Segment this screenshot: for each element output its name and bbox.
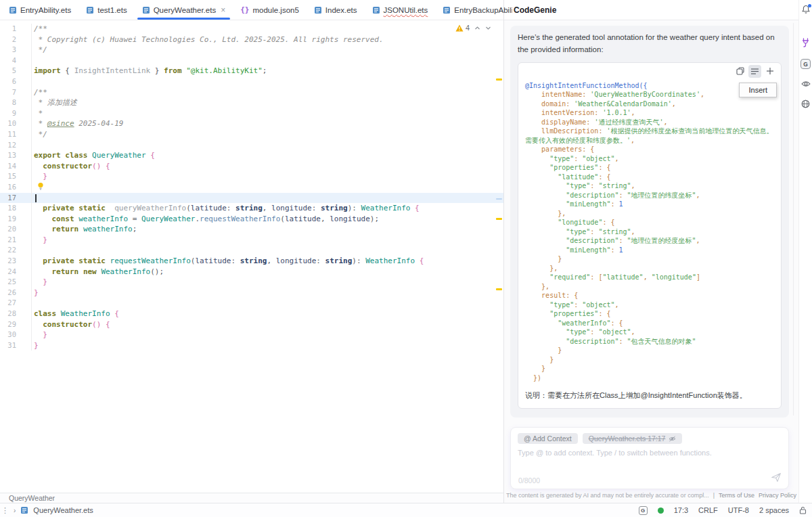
line-number[interactable]: 17 xyxy=(0,193,32,204)
codegenie-tool-icon[interactable]: G xyxy=(800,59,811,69)
generated-code-line: intentName: 'QueryWeatherByCoordinates', xyxy=(525,90,774,99)
line-number[interactable]: 13 xyxy=(0,150,32,161)
line-number[interactable]: 24 xyxy=(0,267,32,277)
close-tab-icon[interactable]: × xyxy=(221,5,225,15)
next-problem-icon[interactable] xyxy=(485,26,491,30)
code-line-30: 30 } xyxy=(0,330,503,340)
health-indicator[interactable] xyxy=(658,508,664,514)
code-line-26: 26} xyxy=(0,288,503,298)
line-number[interactable]: 27 xyxy=(0,298,32,309)
prev-problem-icon[interactable] xyxy=(474,26,480,30)
code-line-5: 5import { InsightIntentLink } from "@kit… xyxy=(0,66,503,76)
terms-link[interactable]: Terms of Use xyxy=(719,492,754,499)
tab-queryweather-ets[interactable]: QueryWeather.ets× xyxy=(135,0,233,20)
statusbar-kebab-icon[interactable]: ⋮ xyxy=(1,506,9,515)
line-number[interactable]: 16 xyxy=(0,182,32,193)
line-number[interactable]: 20 xyxy=(0,224,32,235)
intention-bulb-icon[interactable] xyxy=(37,182,44,194)
privacy-link[interactable]: Privacy Policy xyxy=(759,492,796,499)
generated-code[interactable]: @InsightIntentFunctionMethod({ intentNam… xyxy=(518,80,781,387)
line-number[interactable]: 18 xyxy=(0,203,32,214)
tab-jsonutil-ets[interactable]: JSONUtil.ets xyxy=(365,0,436,20)
line-content: /** xyxy=(32,87,47,98)
line-content: * xyxy=(32,108,43,119)
line-number[interactable]: 10 xyxy=(0,118,32,129)
line-number[interactable]: 25 xyxy=(0,277,32,288)
tab-module-json5[interactable]: {}module.json5 xyxy=(233,0,307,20)
line-content: } xyxy=(32,235,47,246)
line-number[interactable]: 4 xyxy=(0,55,32,66)
line-content: } xyxy=(32,171,47,182)
line-content xyxy=(32,140,34,151)
codegenie-status-icon[interactable]: G xyxy=(639,506,648,515)
line-number[interactable]: 31 xyxy=(0,340,32,351)
line-number[interactable]: 28 xyxy=(0,309,32,319)
caret-position[interactable]: 17:3 xyxy=(674,506,688,514)
preview-eye-icon[interactable] xyxy=(801,78,811,90)
statusbar-file[interactable]: QueryWeather.ets xyxy=(33,506,93,514)
editor-scroll-markers[interactable] xyxy=(495,20,503,493)
copy-icon[interactable] xyxy=(734,65,746,78)
unlock-icon[interactable] xyxy=(799,506,807,514)
code-line-12: 12 xyxy=(0,140,503,151)
chat-input[interactable]: Type @ to add context. Type / to switch … xyxy=(518,449,782,457)
line-number[interactable]: 26 xyxy=(0,288,32,298)
line-number[interactable]: 21 xyxy=(0,235,32,246)
generated-code-line: } xyxy=(525,355,774,365)
line-number[interactable]: 7 xyxy=(0,87,32,98)
line-content: private static queryWeatherInfo(latitude… xyxy=(32,203,420,214)
warning-marker[interactable] xyxy=(496,78,502,81)
code-editor[interactable]: 1/**2 * Copyright (c) Huawei Technologie… xyxy=(0,20,503,493)
line-number[interactable]: 15 xyxy=(0,171,32,182)
line-content xyxy=(32,55,34,66)
add-context-chip[interactable]: @ Add Context xyxy=(518,433,578,444)
warning-marker[interactable] xyxy=(496,218,502,220)
line-number[interactable]: 8 xyxy=(0,97,32,108)
line-number[interactable]: 22 xyxy=(0,245,32,256)
chat-input-card[interactable]: @ Add Context QueryWeather.ets 17:17 Typ… xyxy=(510,427,789,489)
line-number[interactable]: 6 xyxy=(0,76,32,87)
chat-area[interactable]: Here’s the generated tool annotation for… xyxy=(504,20,798,418)
line-number[interactable]: 2 xyxy=(0,35,32,45)
line-number[interactable]: 14 xyxy=(0,161,32,172)
tab-index-ets[interactable]: Index.ets xyxy=(307,0,365,20)
line-number[interactable]: 5 xyxy=(0,66,32,76)
code-line-13: 13export class QueryWeather { xyxy=(0,150,503,161)
context-file-chip[interactable]: QueryWeather.ets 17:17 xyxy=(583,433,683,444)
new-file-icon[interactable] xyxy=(763,65,776,78)
line-number[interactable]: 9 xyxy=(0,108,32,119)
ets-file-icon xyxy=(20,506,28,514)
tab-entrybackupabili[interactable]: EntryBackupAbili xyxy=(435,0,520,20)
tab-label: QueryWeather.ets xyxy=(154,6,216,14)
line-ending[interactable]: CRLF xyxy=(698,506,718,514)
generated-code-line: "latitude": { xyxy=(525,173,774,182)
globe-icon[interactable] xyxy=(801,99,810,111)
eye-off-icon[interactable] xyxy=(669,436,676,442)
editor-problems-widget[interactable]: 4 xyxy=(455,24,491,32)
plugin-icon[interactable] xyxy=(801,38,810,50)
generated-code-line: }, xyxy=(525,282,774,292)
code-line-9: 9 * xyxy=(0,108,503,119)
line-number[interactable]: 23 xyxy=(0,256,32,267)
breadcrumb-class[interactable]: QueryWeather xyxy=(9,494,55,502)
line-number[interactable]: 30 xyxy=(0,330,32,340)
line-number[interactable]: 3 xyxy=(0,45,32,55)
indent-setting[interactable]: 2 spaces xyxy=(759,506,789,514)
file-encoding[interactable]: UTF-8 xyxy=(728,506,749,514)
send-icon[interactable] xyxy=(771,472,782,485)
line-number[interactable]: 19 xyxy=(0,214,32,225)
warning-marker[interactable] xyxy=(496,288,502,290)
line-number[interactable]: 1 xyxy=(0,24,32,35)
tab-test1-ets[interactable]: test1.ets xyxy=(78,0,134,20)
line-number[interactable]: 12 xyxy=(0,140,32,151)
ets-file-icon xyxy=(314,6,322,14)
tab-entryability-ets[interactable]: EntryAbility.ets xyxy=(1,0,78,20)
insert-icon[interactable] xyxy=(748,65,761,78)
line-number[interactable]: 29 xyxy=(0,319,32,330)
line-content xyxy=(32,182,44,193)
line-number[interactable]: 11 xyxy=(0,129,32,140)
line-content: */ xyxy=(32,45,47,55)
code-line-23: 23 private static requestWeatherInfo(lat… xyxy=(0,256,503,267)
notifications-bell-icon[interactable] xyxy=(801,5,811,17)
code-line-21: 21 } xyxy=(0,235,503,246)
